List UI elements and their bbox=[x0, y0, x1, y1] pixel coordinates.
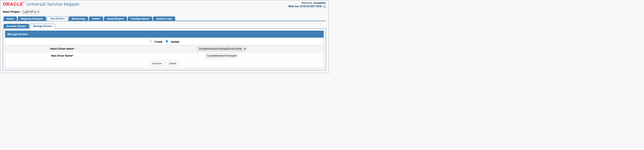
info-icon[interactable] bbox=[323, 5, 326, 8]
panel-title: Manage Drivers bbox=[5, 31, 324, 38]
brand: ORACLE® Universal Service Mapper bbox=[3, 2, 80, 7]
mode-radio-row: Create Update bbox=[5, 38, 324, 45]
svg-rect-2 bbox=[324, 6, 324, 6]
oracle-logo-text: ORACLE bbox=[3, 2, 23, 7]
tab-home[interactable]: Home bbox=[4, 16, 17, 21]
user-block: Welcome, usmadmin Wed Jun 19 03:34 EDT 2… bbox=[288, 2, 326, 8]
oracle-logo: ORACLE® bbox=[3, 2, 24, 7]
create-radio[interactable] bbox=[149, 40, 152, 43]
select-driver-dropdown[interactable]: SampleModuleAASampleDriverFamily bbox=[197, 47, 246, 51]
tab-import-export[interactable]: Import/Export bbox=[104, 16, 127, 21]
new-driver-input[interactable] bbox=[206, 54, 238, 58]
tab-test-drivers[interactable]: Test Drivers bbox=[47, 16, 68, 21]
sub-tabstrip: Execute Drivers Manage Drivers bbox=[3, 24, 326, 28]
registered-mark: ® bbox=[23, 2, 24, 4]
update-radio-label: Update bbox=[171, 40, 180, 43]
tab-system-logs[interactable]: System Logs bbox=[153, 16, 175, 21]
username: usmadmin bbox=[313, 2, 326, 4]
timestamp: Wed Jun 19 03:34 EDT 2019 bbox=[288, 5, 322, 8]
tab-configurations[interactable]: Configurations bbox=[128, 16, 152, 21]
app-title: Universal Service Mapper bbox=[26, 2, 80, 7]
create-radio-label: Create bbox=[154, 40, 162, 43]
project-label: Select Project: bbox=[3, 10, 20, 13]
subtab-execute-drivers[interactable]: Execute Drivers bbox=[4, 24, 29, 28]
welcome-text: Welcome, usmadmin bbox=[288, 2, 326, 4]
main-tabstrip: Home Mapping Designer Test Drivers Monit… bbox=[3, 16, 326, 21]
manage-drivers-panel: Manage Drivers Create Update Select Driv… bbox=[3, 28, 326, 70]
rename-button[interactable]: Rename bbox=[150, 61, 164, 66]
svg-rect-1 bbox=[324, 6, 324, 7]
select-driver-label: Select Driver Name*: bbox=[5, 45, 120, 52]
new-driver-label: New Driver Name*: bbox=[5, 52, 120, 59]
tab-mapping-designer[interactable]: Mapping Designer bbox=[18, 16, 46, 21]
welcome-label: Welcome, bbox=[302, 2, 313, 4]
subtab-manage-drivers[interactable]: Manage Drivers bbox=[30, 24, 55, 28]
update-radio[interactable] bbox=[166, 40, 168, 43]
delete-button[interactable]: Delete bbox=[166, 61, 179, 66]
tab-monitoring[interactable]: Monitoring bbox=[69, 16, 88, 21]
project-select[interactable]: LogFireProj bbox=[22, 10, 40, 14]
tab-admin[interactable]: Admin bbox=[89, 16, 103, 21]
